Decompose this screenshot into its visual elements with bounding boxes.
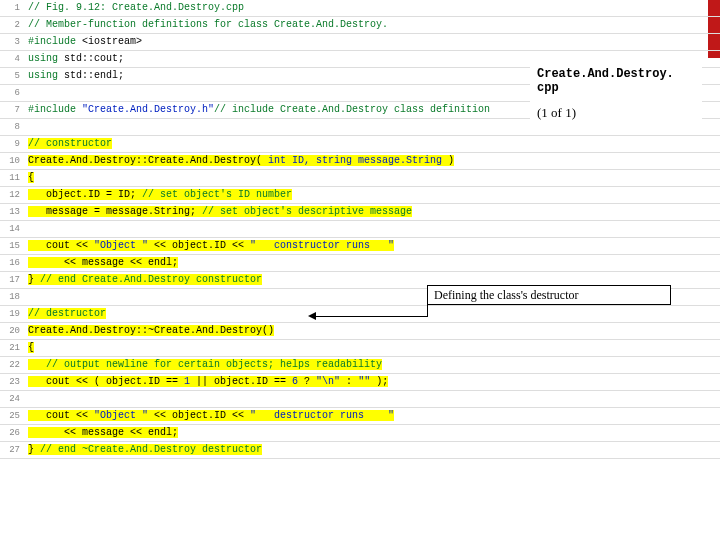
code-content: << message << endl; — [24, 255, 178, 271]
line-number: 6 — [0, 85, 24, 101]
code-line: 13 message = message.String; // set obje… — [0, 204, 720, 221]
code-content: cout << "Object " << object.ID << " cons… — [24, 238, 394, 254]
file-info-box: Create.And.Destroy. cpp (1 of 1) — [530, 62, 702, 126]
code-line: 16 << message << endl; — [0, 255, 720, 272]
code-line: 1// Fig. 9.12: Create.And.Destroy.cpp — [0, 0, 720, 17]
line-number: 27 — [0, 442, 24, 458]
line-number: 24 — [0, 391, 24, 407]
code-line: 10Create.And.Destroy::Create.And.Destroy… — [0, 153, 720, 170]
line-number: 7 — [0, 102, 24, 118]
line-number: 17 — [0, 272, 24, 288]
line-number: 19 — [0, 306, 24, 322]
line-number: 2 — [0, 17, 24, 33]
line-number: 3 — [0, 34, 24, 50]
code-content: cout << "Object " << object.ID << " dest… — [24, 408, 394, 424]
annotation-text: Defining the class's destructor — [434, 288, 578, 302]
code-line: 3#include <iostream> — [0, 34, 720, 51]
code-content: } // end Create.And.Destroy constructor — [24, 272, 262, 288]
line-number: 22 — [0, 357, 24, 373]
line-number: 14 — [0, 221, 24, 237]
code-content: // destructor — [24, 306, 106, 322]
code-content: #include <iostream> — [24, 34, 142, 50]
line-number: 23 — [0, 374, 24, 390]
code-line: 24 — [0, 391, 720, 408]
code-line: 27} // end ~Create.And.Destroy destructo… — [0, 442, 720, 459]
code-content: // Member-function definitions for class… — [24, 17, 388, 33]
code-content: // output newline for certain objects; h… — [24, 357, 382, 373]
code-line: 12 object.ID = ID; // set object's ID nu… — [0, 187, 720, 204]
line-number: 20 — [0, 323, 24, 339]
code-content: } // end ~Create.And.Destroy destructor — [24, 442, 262, 458]
code-line: 2// Member-function definitions for clas… — [0, 17, 720, 34]
line-number: 18 — [0, 289, 24, 305]
line-number: 21 — [0, 340, 24, 356]
file-page-indicator: (1 of 1) — [537, 105, 695, 121]
code-line: 23 cout << ( object.ID == 1 || object.ID… — [0, 374, 720, 391]
code-line: 9// constructor — [0, 136, 720, 153]
code-content: // constructor — [24, 136, 112, 152]
line-number: 8 — [0, 119, 24, 135]
code-line: 15 cout << "Object " << object.ID << " c… — [0, 238, 720, 255]
code-content: << message << endl; — [24, 425, 178, 441]
line-number: 1 — [0, 0, 24, 16]
line-number: 5 — [0, 68, 24, 84]
code-content: { — [24, 340, 34, 356]
annotation-arrow-bend — [427, 295, 428, 317]
annotation-callout: Defining the class's destructor — [427, 285, 671, 305]
line-number: 12 — [0, 187, 24, 203]
code-content: object.ID = ID; // set object's ID numbe… — [24, 187, 292, 203]
code-content: using std::endl; — [24, 68, 124, 84]
code-line: 11{ — [0, 170, 720, 187]
code-line: 22 // output newline for certain objects… — [0, 357, 720, 374]
code-content: #include "Create.And.Destroy.h"// includ… — [24, 102, 490, 118]
line-number: 4 — [0, 51, 24, 67]
line-number: 16 — [0, 255, 24, 271]
line-number: 25 — [0, 408, 24, 424]
code-line: 26 << message << endl; — [0, 425, 720, 442]
code-content: using std::cout; — [24, 51, 124, 67]
line-number: 10 — [0, 153, 24, 169]
code-line: 20Create.And.Destroy::~Create.And.Destro… — [0, 323, 720, 340]
code-line: 21{ — [0, 340, 720, 357]
code-line: 19// destructor — [0, 306, 720, 323]
code-line: 14 — [0, 221, 720, 238]
line-number: 9 — [0, 136, 24, 152]
code-line: 25 cout << "Object " << object.ID << " d… — [0, 408, 720, 425]
annotation-arrow-head — [308, 312, 316, 320]
code-content: cout << ( object.ID == 1 || object.ID ==… — [24, 374, 388, 390]
code-content: { — [24, 170, 34, 186]
file-title-line1: Create.And.Destroy. — [537, 67, 695, 81]
code-content: message = message.String; // set object'… — [24, 204, 412, 220]
line-number: 26 — [0, 425, 24, 441]
code-content: // Fig. 9.12: Create.And.Destroy.cpp — [24, 0, 244, 16]
annotation-arrow-shaft — [316, 316, 427, 317]
line-number: 11 — [0, 170, 24, 186]
line-number: 15 — [0, 238, 24, 254]
file-title-line2: cpp — [537, 81, 695, 95]
code-content: Create.And.Destroy::~Create.And.Destroy(… — [24, 323, 274, 339]
line-number: 13 — [0, 204, 24, 220]
code-content: Create.And.Destroy::Create.And.Destroy( … — [24, 153, 454, 169]
